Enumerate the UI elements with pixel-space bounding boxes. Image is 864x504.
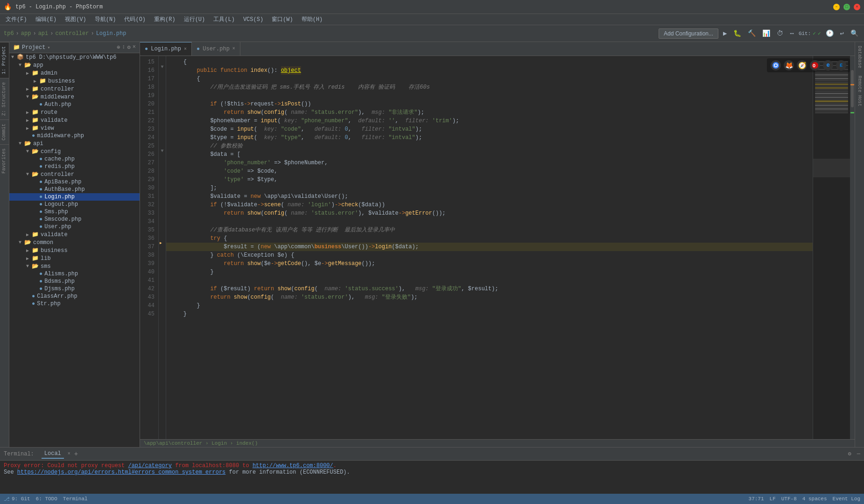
menu-file[interactable]: 文件(F): [2, 14, 31, 24]
tree-item-lib[interactable]: ▶ 📁 lib: [9, 254, 140, 262]
status-git[interactable]: ⎇ 9: Git: [4, 496, 30, 502]
coverage-icon[interactable]: 📊: [760, 28, 772, 38]
tree-item-authbase[interactable]: ▶ ● AuthBase.php: [9, 186, 140, 193]
tree-item-api[interactable]: ▼ 📂 api: [9, 140, 140, 147]
tree-item-alisms[interactable]: ▶ ● Alisms.php: [9, 270, 140, 278]
menu-run[interactable]: 运行(U): [180, 14, 209, 24]
tree-item-user[interactable]: ▶ ● User.php: [9, 223, 140, 231]
tree-item-middleware[interactable]: ▼ 📂 middleware: [9, 93, 140, 101]
tree-item-djsms[interactable]: ▶ ● Djsms.php: [9, 285, 140, 293]
tree-item-bdsms[interactable]: ▶ ● Bdsms.php: [9, 278, 140, 285]
menu-tools[interactable]: 工具(L): [210, 14, 239, 24]
minimize-button[interactable]: –: [833, 4, 840, 10]
more-icon[interactable]: ⋯: [788, 28, 795, 38]
tree-item-logout[interactable]: ▶ ● Logout.php: [9, 201, 140, 208]
tab-structure[interactable]: Z: Structure: [0, 78, 9, 119]
menu-window[interactable]: 窗口(W): [268, 14, 297, 24]
chrome-icon[interactable]: [771, 60, 781, 70]
project-settings-icon[interactable]: ⚙: [127, 44, 131, 51]
tab-project[interactable]: 1: Project: [0, 42, 9, 78]
debug-icon[interactable]: 🐛: [731, 28, 743, 38]
menu-vcs[interactable]: VCS(S): [239, 15, 267, 24]
breadcrumb-tp6[interactable]: tp6: [4, 30, 14, 37]
tree-item-app[interactable]: ▼ 📂 app: [9, 61, 140, 69]
tree-item-business-common[interactable]: ▶ 📁 business: [9, 246, 140, 254]
tree-item-controller-app[interactable]: ▶ 📁 controller: [9, 85, 140, 93]
breadcrumb-controller[interactable]: controller: [55, 30, 89, 37]
tree-item-str[interactable]: ▶ ● Str.php: [9, 300, 140, 308]
tree-item-view[interactable]: ▶ 📁 view: [9, 124, 140, 132]
status-todo[interactable]: 6: TODO: [36, 496, 57, 502]
tree-item-cache[interactable]: ▶ ● cache.php: [9, 155, 140, 163]
safari-icon[interactable]: 🧭: [797, 60, 807, 70]
tree-item-login[interactable]: ▶ ● Login.php: [9, 193, 140, 201]
menu-edit[interactable]: 编辑(E): [32, 14, 61, 24]
tab-commit[interactable]: Commit: [0, 119, 9, 144]
remote-host-tab[interactable]: Remote Host: [856, 72, 863, 110]
terminal-nodejs-link[interactable]: https://nodejs.org/api/errors.html#error…: [17, 469, 225, 476]
edge-icon[interactable]: ε: [836, 60, 846, 70]
ie-icon[interactable]: e: [823, 60, 833, 70]
tree-item-apibase[interactable]: ▶ ● ApiBase.php: [9, 178, 140, 186]
status-terminal[interactable]: Terminal: [63, 496, 88, 502]
run-icon[interactable]: ▶: [721, 28, 729, 38]
status-lf[interactable]: LF: [770, 496, 776, 502]
editor-scrollbar[interactable]: [850, 56, 855, 439]
tree-item-validate-api[interactable]: ▶ 📁 validate: [9, 231, 140, 238]
tree-item-redis[interactable]: ▶ ● redis.php: [9, 163, 140, 170]
menu-help[interactable]: 帮助(H): [298, 14, 327, 24]
status-encoding[interactable]: UTF-8: [781, 496, 797, 502]
status-event-log[interactable]: Event Log: [833, 496, 860, 502]
project-close-icon[interactable]: ×: [133, 44, 136, 51]
terminal-target-link[interactable]: http://www.tp6.com:8000/: [253, 462, 333, 469]
tree-item-route[interactable]: ▶ 📁 route: [9, 108, 140, 116]
menu-view[interactable]: 视图(V): [61, 14, 90, 24]
close-button[interactable]: ×: [854, 4, 860, 10]
project-collapse-icon[interactable]: ↕: [122, 44, 125, 51]
terminal-tab-local[interactable]: Local: [42, 449, 64, 459]
terminal-content[interactable]: Proxy error: Could not proxy request /ap…: [0, 461, 864, 494]
tree-item-config[interactable]: ▼ 📂 config: [9, 147, 140, 155]
project-locate-icon[interactable]: ⊕: [117, 44, 120, 51]
terminal-add-button[interactable]: +: [74, 450, 78, 458]
profile-icon[interactable]: ⏱: [775, 29, 785, 38]
tree-item-sms[interactable]: ▶ ● Sms.php: [9, 208, 140, 216]
tree-item-common[interactable]: ▼ 📂 common: [9, 238, 140, 246]
tree-item-classarr[interactable]: ▶ ● ClassArr.php: [9, 293, 140, 300]
terminal-settings-icon[interactable]: ⚙: [848, 450, 851, 457]
tree-item-smscode[interactable]: ▶ ● Smscode.php: [9, 216, 140, 223]
rollback-icon[interactable]: ↩: [838, 28, 846, 38]
tree-item-auth[interactable]: ▶ ● Auth.php: [9, 101, 140, 108]
opera-icon[interactable]: O: [810, 60, 820, 70]
close-user-tab[interactable]: ×: [232, 46, 235, 51]
code-editor[interactable]: { public function index(): object { //用户…: [166, 56, 813, 439]
tab-close-local[interactable]: ×: [68, 451, 70, 456]
history-icon[interactable]: 🕐: [824, 28, 836, 38]
build-icon[interactable]: 🔨: [746, 28, 758, 38]
breadcrumb-file[interactable]: Login.php: [96, 30, 126, 37]
search-icon[interactable]: 🔍: [849, 28, 860, 38]
breadcrumb-api[interactable]: api: [38, 30, 49, 37]
tree-item-sms-folder[interactable]: ▼ 📂 sms: [9, 262, 140, 270]
menu-navigate[interactable]: 导航(N): [91, 14, 120, 24]
tab-user-php[interactable]: ● User.php ×: [192, 42, 240, 56]
menu-refactor[interactable]: 重构(R): [150, 14, 179, 24]
maximize-button[interactable]: □: [843, 4, 850, 10]
tab-favorites[interactable]: Favorites: [0, 144, 9, 177]
breadcrumb-app[interactable]: app: [21, 30, 31, 37]
terminal-close-icon[interactable]: —: [857, 451, 860, 457]
tree-item-admin[interactable]: ▶ 📁 admin: [9, 69, 140, 77]
add-configuration-button[interactable]: Add Configuration...: [659, 28, 718, 39]
tree-item-middleware-php[interactable]: ▶ ● middleware.php: [9, 132, 140, 140]
menu-code[interactable]: 代码(O): [120, 14, 149, 24]
close-login-tab[interactable]: ×: [184, 47, 187, 52]
firefox-icon[interactable]: 🦊: [784, 60, 794, 70]
tree-item-controller-api[interactable]: ▼ 📂 controller: [9, 170, 140, 178]
database-tab[interactable]: Database: [856, 42, 863, 72]
tree-item-validate-app[interactable]: ▶ 📁 validate: [9, 116, 140, 124]
tree-item-business-admin[interactable]: ▶ 📁 business: [9, 77, 140, 85]
status-spaces[interactable]: 4 spaces: [802, 496, 827, 502]
tab-login-php[interactable]: ● Login.php ×: [140, 42, 192, 56]
tree-item-root[interactable]: ▼ 📦 tp6 D:\phpstudy_pro\WWW\tp6: [9, 53, 140, 61]
terminal-api-link[interactable]: /api/category: [128, 462, 172, 469]
